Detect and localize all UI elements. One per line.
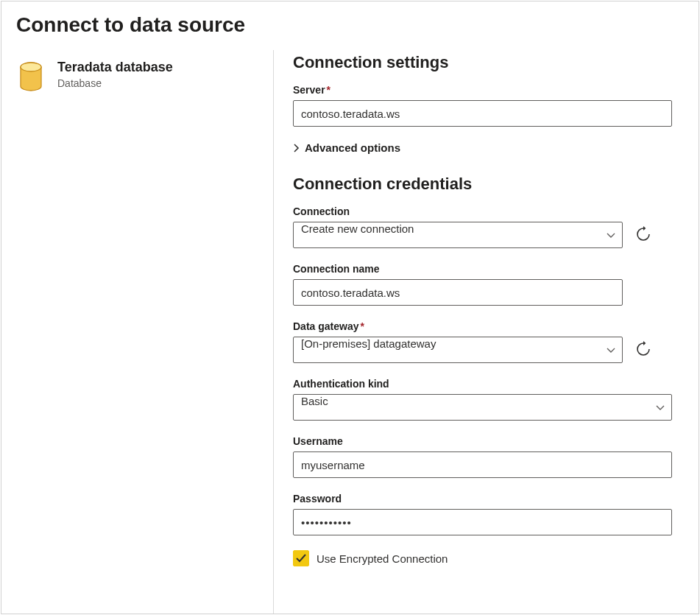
source-name: Teradata database: [57, 59, 173, 76]
database-icon: [16, 60, 46, 93]
required-star: *: [327, 84, 330, 96]
required-star: *: [360, 320, 364, 332]
gateway-label: Data gateway*: [293, 320, 672, 332]
encrypted-checkbox[interactable]: [293, 550, 309, 566]
auth-kind-label: Authentication kind: [293, 378, 672, 390]
connection-field: Connection Create new connection: [293, 205, 672, 248]
encrypted-checkbox-label: Use Encrypted Connection: [317, 552, 448, 565]
server-field: Server*: [293, 84, 672, 127]
connection-name-input[interactable]: [293, 279, 623, 306]
source-category: Database: [57, 77, 173, 89]
gateway-field: Data gateway* [On-premises] datagateway: [293, 320, 672, 363]
source-item[interactable]: Teradata database Database: [16, 59, 258, 93]
advanced-options-toggle[interactable]: Advanced options: [293, 141, 672, 154]
source-text: Teradata database Database: [57, 59, 173, 89]
auth-kind-select[interactable]: Basic: [293, 394, 672, 421]
gateway-select[interactable]: [On-premises] datagateway: [293, 337, 623, 363]
check-icon: [296, 554, 306, 563]
credentials-heading: Connection credentials: [293, 175, 672, 194]
main-panel: Connection settings Server* Advanced opt…: [274, 50, 699, 614]
dialog-body: Teradata database Database Connection se…: [1, 50, 699, 614]
server-input[interactable]: [293, 100, 672, 127]
connection-name-field: Connection name: [293, 263, 672, 306]
password-label: Password: [293, 493, 672, 505]
connection-name-label: Connection name: [293, 263, 672, 275]
advanced-options-label: Advanced options: [305, 141, 400, 154]
username-field: Username: [293, 435, 672, 478]
svg-point-1: [21, 63, 41, 71]
refresh-icon: [635, 226, 651, 245]
server-label: Server*: [293, 84, 672, 96]
settings-heading: Connection settings: [293, 53, 672, 72]
connection-label: Connection: [293, 205, 672, 217]
sidebar: Teradata database Database: [1, 50, 274, 614]
dialog-title: Connect to data source: [1, 1, 699, 50]
password-input[interactable]: [293, 509, 672, 535]
connect-dialog: Connect to data source Teradata database…: [1, 1, 699, 614]
encrypted-checkbox-row: Use Encrypted Connection: [293, 550, 672, 566]
username-input[interactable]: [293, 451, 672, 478]
chevron-right-icon: [293, 144, 300, 152]
auth-kind-field: Authentication kind Basic: [293, 378, 672, 421]
connection-select[interactable]: Create new connection: [293, 222, 623, 248]
password-field: Password: [293, 493, 672, 535]
refresh-icon: [635, 341, 651, 359]
connection-refresh-button[interactable]: [633, 225, 654, 245]
gateway-refresh-button[interactable]: [633, 340, 654, 360]
username-label: Username: [293, 435, 672, 447]
